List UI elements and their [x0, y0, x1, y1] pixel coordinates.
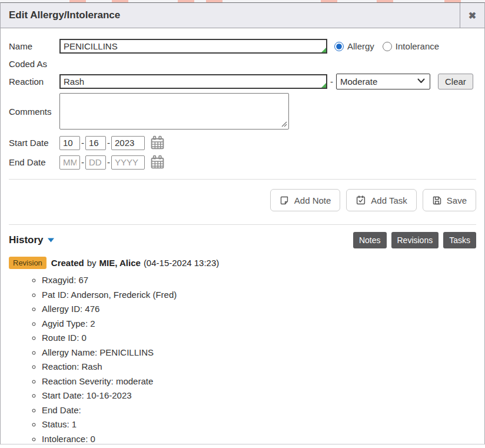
separator	[9, 224, 476, 225]
dialog-titlebar[interactable]: Edit Allergy/Intolerance ✖	[1, 3, 484, 28]
revision-by: by	[87, 258, 97, 268]
edit-allergy-dialog: Edit Allergy/Intolerance ✖ Name Allergy …	[0, 2, 485, 444]
background-tab	[178, 0, 194, 2]
date-separator: -	[107, 138, 110, 148]
history-title: History	[9, 234, 44, 246]
revision-entry-header: Revision Created by MIE, Alice (04-15-20…	[9, 257, 476, 269]
caret-down-icon	[48, 238, 54, 243]
end-date-row: End Date - -	[9, 155, 476, 170]
type-radio-group: Allergy Intolerance	[334, 41, 447, 51]
history-field: Allergy Name: PENICILLINS	[42, 347, 476, 357]
allergy-radio[interactable]	[334, 42, 344, 51]
name-label: Name	[9, 41, 59, 51]
revision-user: MIE, Alice	[99, 258, 141, 268]
background-tab	[206, 0, 222, 2]
allergy-radio-label[interactable]: Allergy	[347, 41, 374, 51]
background-tab	[112, 0, 128, 2]
close-button[interactable]: ✖	[460, 3, 484, 28]
history-field: Pat ID: Anderson, Frederick (Fred)	[42, 290, 476, 300]
start-day-input[interactable]	[85, 136, 106, 150]
history-field: Rxagyid: 67	[42, 275, 476, 285]
end-month-input[interactable]	[59, 155, 80, 170]
history-field: Reaction: Rash	[42, 361, 476, 371]
calendar-icon	[150, 135, 165, 150]
add-task-label: Add Task	[371, 195, 407, 205]
autocomplete-corner-icon	[321, 48, 326, 52]
reaction-severity-separator: -	[330, 77, 333, 87]
severity-select[interactable]: Moderate	[336, 74, 430, 89]
end-date-calendar-button[interactable]	[150, 155, 165, 170]
revision-field-list: Rxagyid: 67 Pat ID: Anderson, Frederick …	[9, 275, 476, 444]
resize-grip-icon[interactable]	[281, 121, 287, 127]
add-note-label: Add Note	[294, 195, 331, 205]
end-day-input[interactable]	[85, 155, 106, 170]
background-tab	[321, 0, 337, 2]
background-page-strip	[0, 0, 485, 2]
reaction-input[interactable]	[59, 74, 327, 89]
dialog-title: Edit Allergy/Intolerance	[1, 3, 460, 28]
close-icon: ✖	[469, 10, 476, 21]
background-tab	[377, 0, 393, 2]
action-button-row: Add Note Add Task Save	[9, 189, 476, 211]
calendar-icon	[150, 155, 165, 170]
save-icon	[432, 195, 442, 205]
date-separator: -	[107, 157, 110, 167]
save-label: Save	[447, 195, 467, 205]
name-row: Name Allergy Intolerance	[9, 39, 476, 54]
date-separator: -	[81, 138, 84, 148]
revision-timestamp: (04-15-2024 13:23)	[144, 258, 219, 268]
separator	[9, 179, 476, 180]
date-separator: -	[81, 157, 84, 167]
intolerance-radio[interactable]	[383, 42, 392, 51]
comments-row: Comments	[9, 93, 476, 130]
start-date-label: Start Date	[9, 138, 59, 148]
start-date-row: Start Date - -	[9, 135, 476, 150]
reaction-label: Reaction	[9, 77, 59, 87]
history-field: Start Date: 10-16-2023	[42, 390, 476, 400]
reaction-row: Reaction - Moderate Clear	[9, 74, 476, 89]
history-field: Agyid Type: 2	[42, 318, 476, 328]
task-calendar-icon	[356, 195, 366, 205]
history-field: Allergy ID: 476	[42, 304, 476, 314]
revisions-button[interactable]: Revisions	[391, 232, 439, 248]
background-tab	[69, 0, 86, 2]
history-filter-buttons: Notes Revisions Tasks	[353, 232, 476, 248]
history-toggle[interactable]: History	[9, 234, 54, 246]
revision-action: Created	[51, 258, 84, 268]
history-field: Status: 1	[42, 419, 476, 429]
comments-label: Comments	[9, 107, 59, 117]
background-tab	[444, 0, 461, 2]
intolerance-radio-label[interactable]: Intolerance	[396, 41, 439, 51]
autocomplete-corner-icon	[321, 83, 326, 88]
name-input[interactable]	[59, 39, 327, 54]
dialog-content: Name Allergy Intolerance Coded As Reacti…	[1, 28, 484, 448]
history-header: History Notes Revisions Tasks	[9, 232, 476, 248]
revision-badge: Revision	[9, 257, 46, 269]
history-field: End Date:	[42, 405, 476, 415]
comments-textarea[interactable]	[59, 93, 289, 130]
notes-button[interactable]: Notes	[353, 232, 387, 248]
note-icon	[280, 195, 290, 205]
history-field: Reaction Severity: moderate	[42, 376, 476, 386]
end-year-input[interactable]	[111, 155, 145, 170]
save-button[interactable]: Save	[423, 189, 476, 211]
start-month-input[interactable]	[59, 136, 80, 150]
coded-as-row: Coded As	[9, 57, 476, 70]
tasks-button[interactable]: Tasks	[443, 232, 476, 248]
end-date-label: End Date	[9, 157, 59, 167]
history-field: Intolerance: 0	[42, 434, 476, 444]
history-field: Route ID: 0	[42, 333, 476, 343]
add-note-button[interactable]: Add Note	[270, 189, 341, 211]
start-year-input[interactable]	[111, 136, 145, 150]
clear-button[interactable]: Clear	[438, 74, 473, 89]
coded-as-label: Coded As	[9, 59, 59, 69]
add-task-button[interactable]: Add Task	[346, 189, 416, 211]
start-date-calendar-button[interactable]	[150, 135, 165, 150]
